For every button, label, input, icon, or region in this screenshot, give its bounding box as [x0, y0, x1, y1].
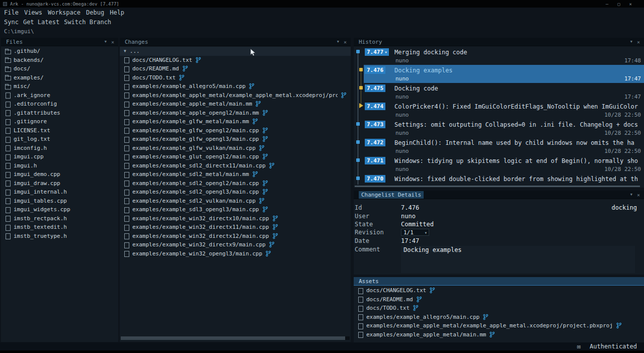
revision-badge[interactable]: 7.477 ▼	[365, 48, 389, 56]
file-row[interactable]: examples/example_apple_opengl2/main.mm	[120, 109, 351, 118]
file-row[interactable]: examples/example_glfw_metal/main.mm	[120, 117, 351, 126]
close-icon[interactable]: ✕	[111, 39, 114, 45]
revision-badge[interactable]: 7.470	[365, 175, 385, 183]
toolbar-button-switch-branch[interactable]: Switch Branch	[64, 19, 111, 26]
revision-badge[interactable]: 7.471	[365, 157, 385, 164]
file-name: examples/example_sdl2_metal/main.mm	[132, 171, 249, 178]
revision-badge[interactable]: 7.473	[365, 121, 385, 128]
history-item[interactable]: 7.472 BeginChild(): Internal name used b…	[354, 137, 644, 155]
mail-icon[interactable]: ✉	[577, 343, 581, 350]
history-item[interactable]: 7.470 Windows: fixed double-clicked bord…	[354, 173, 644, 185]
horizontal-scrollbar[interactable]	[355, 186, 643, 187]
file-row[interactable]: examples/example_sdl2_opengl3/main.cpp	[120, 188, 351, 197]
file-tree-item[interactable]: .ark_ignore	[1, 91, 118, 100]
toolbar-button-get-latest[interactable]: Get Latest	[23, 19, 59, 26]
file-tree-item[interactable]: .gitattributes	[1, 109, 118, 118]
file-row[interactable]: examples/example_sdl2_vulkan/main.cpp	[120, 197, 351, 206]
file-row[interactable]: examples/example_allegro5/main.cpp	[354, 313, 644, 322]
file-row[interactable]: docs/README.md	[354, 295, 644, 304]
file-tree-item[interactable]: imgui.h	[1, 161, 118, 170]
file-row[interactable]: docs/TODO.txt	[120, 73, 351, 82]
minimize-button[interactable]: —	[606, 2, 608, 7]
menu-item-workspace[interactable]: Workspace	[48, 9, 80, 16]
file-tree-item[interactable]: docs/	[1, 64, 118, 73]
file-tree-item[interactable]: imgui_tables.cpp	[1, 197, 118, 206]
file-tree-item[interactable]: imgui_draw.cpp	[1, 179, 118, 188]
file-row[interactable]: docs/TODO.txt	[354, 304, 644, 313]
file-row[interactable]: examples/example_sdl2_opengl2/main.cpp	[120, 179, 351, 188]
close-icon[interactable]: ✕	[344, 39, 347, 45]
file-row[interactable]: docs/README.md	[120, 64, 351, 73]
file-row[interactable]: docs/CHANGELOG.txt	[354, 286, 644, 295]
file-tree-item[interactable]: imconfig.h	[1, 144, 118, 153]
file-row[interactable]: examples/example_win32_directx12/main.cp…	[120, 232, 351, 241]
file-row[interactable]: examples/example_allegro5/main.cpp	[120, 82, 351, 91]
history-item[interactable]: 7.471 Windows: tidying up skipitems logi…	[354, 155, 644, 173]
maximize-button[interactable]: ▢	[617, 2, 620, 7]
filter-icon[interactable]: ▼	[337, 40, 339, 44]
close-button[interactable]: ✕	[629, 2, 632, 7]
branch-icon	[195, 57, 201, 63]
toolbar-button-sync[interactable]: Sync	[4, 19, 19, 26]
revision-badge[interactable]: 7.475	[365, 84, 385, 92]
revision-badge[interactable]: 7.474	[365, 103, 385, 110]
file-tree-item[interactable]: LICENSE.txt	[1, 126, 118, 135]
file-tree-item[interactable]: .github/	[1, 47, 118, 56]
history-item[interactable]: 7.475 Docking code nuno 17:47	[354, 83, 644, 101]
file-tree-item[interactable]: git_log.txt	[1, 135, 118, 144]
file-row[interactable]: examples/example_win32_directx10/main.cp…	[120, 214, 351, 223]
file-tree-item[interactable]: imgui_demo.cpp	[1, 170, 118, 179]
filter-icon[interactable]: ▼	[105, 40, 107, 44]
file-tree-item[interactable]: .editorconfig	[1, 100, 118, 109]
menu-item-file[interactable]: File	[4, 9, 19, 16]
file-tree-item[interactable]: imstb_rectpack.h	[1, 214, 118, 223]
file-row[interactable]: examples/example_win32_opengl3/main.cpp	[120, 249, 351, 258]
history-item[interactable]: 7.473 Settings: omit outputing Collapsed…	[354, 119, 644, 137]
file-row[interactable]: examples/example_apple_metal/example_app…	[120, 91, 351, 100]
branch-icon	[249, 83, 255, 90]
scrollbar-thumb[interactable]	[355, 186, 640, 187]
file-row[interactable]: examples/example_sdl3_opengl3/main.cpp	[120, 205, 351, 214]
file-row[interactable]: examples/example_apple_metal/main.mm	[354, 330, 644, 339]
history-item[interactable]: 7.477 ▼ Merging docking code nuno 17:48	[354, 47, 644, 65]
comment-field[interactable]: Docking examples	[401, 246, 635, 273]
file-row[interactable]: examples/example_glfw_opengl3/main.cpp	[120, 135, 351, 144]
history-item[interactable]: 7.476 Docking examples nuno 17:47	[354, 65, 644, 83]
file-row[interactable]: examples/example_apple_metal/example_app…	[354, 321, 644, 330]
revision-badge[interactable]: 7.472	[365, 139, 385, 146]
revision-badge[interactable]: 7.476	[365, 66, 385, 74]
file-tree-item[interactable]: imstb_truetype.h	[1, 232, 118, 241]
changes-root-row[interactable]: ▼ ...	[120, 47, 351, 56]
file-tree-item[interactable]: imstb_textedit.h	[1, 223, 118, 232]
close-icon[interactable]: ✕	[637, 192, 640, 198]
file-row[interactable]: examples/example_glut_opengl2/main.cpp	[120, 152, 351, 161]
file-tree-item[interactable]: imgui_widgets.cpp	[1, 205, 118, 214]
file-row[interactable]: examples/example_win32_directx9/main.cpp	[120, 240, 351, 249]
file-tree-item[interactable]: imgui.cpp	[1, 152, 118, 161]
folder-icon	[5, 57, 11, 63]
menu-item-debug[interactable]: Debug	[86, 9, 104, 16]
revision-select[interactable]: 1/1 ▼	[401, 229, 429, 236]
file-row[interactable]: examples/example_glfw_vulkan/main.cpp	[120, 144, 351, 153]
file-row[interactable]: examples/example_sdl2_directx11/main.cpp	[120, 161, 351, 170]
file-row[interactable]: examples/example_sdl2_metal/main.mm	[120, 170, 351, 179]
file-row[interactable]: examples/example_glfw_opengl2/main.cpp	[120, 126, 351, 135]
scrollbar-thumb[interactable]	[121, 336, 345, 340]
file-row[interactable]: examples/example_win32_directx11/main.cp…	[120, 223, 351, 232]
file-tree-item[interactable]: backends/	[1, 56, 118, 65]
file-row[interactable]: docs/CHANGELOG.txt	[120, 56, 351, 65]
file-tree-item[interactable]: imgui_internal.h	[1, 188, 118, 197]
close-icon[interactable]: ✕	[637, 39, 640, 45]
expander-icon[interactable]: ▼	[124, 49, 126, 53]
branch-icon	[272, 215, 278, 222]
history-item[interactable]: 7.474 ColorPicker4(): Fixed ImGuiColorEd…	[354, 101, 644, 119]
menu-item-views[interactable]: Views	[24, 9, 42, 16]
file-tree-item[interactable]: examples/	[1, 73, 118, 82]
filter-icon[interactable]: ▼	[630, 40, 632, 44]
menu-item-help[interactable]: Help	[110, 9, 124, 16]
horizontal-scrollbar[interactable]	[121, 336, 350, 340]
file-tree-item[interactable]: .gitignore	[1, 117, 118, 126]
file-tree-item[interactable]: misc/	[1, 82, 118, 91]
file-row[interactable]: examples/example_apple_metal/main.mm	[120, 100, 351, 109]
filter-icon[interactable]: ▼	[630, 193, 632, 197]
